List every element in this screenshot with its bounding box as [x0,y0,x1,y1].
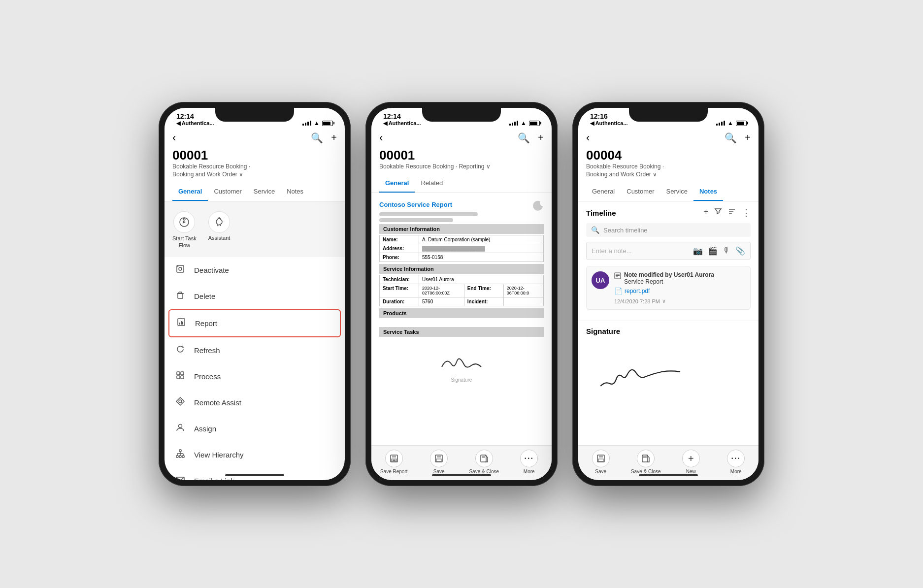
back-button-1[interactable]: ‹ [172,131,176,144]
note-icon [614,272,621,279]
svg-rect-21 [176,456,178,457]
timeline-item-link[interactable]: 📄 report.pdf [614,287,745,295]
save-button-3[interactable]: Save [578,450,624,474]
report-label: Report [195,319,217,327]
status-icons-1: ▲ [302,120,333,127]
header-actions-1: 🔍 + [311,132,337,144]
search-button-2[interactable]: 🔍 [518,132,530,144]
status-time-3: 12:16 [590,112,628,120]
tab-customer-1[interactable]: Customer [208,183,247,201]
more-button-3[interactable]: ··· More [714,450,759,474]
report-icon [175,317,187,329]
save-report-button[interactable]: Save Report [371,450,417,474]
tab-service-1[interactable]: Service [248,183,281,201]
svg-rect-23 [182,456,184,457]
tab-general-3[interactable]: General [586,183,621,201]
remote-assist-label: Remote Assist [194,398,241,407]
end-time-value: 2020-12-06T06:00:0 [503,284,543,297]
pdf-icon: 📄 [614,287,623,295]
save-close-icon-3 [637,450,655,467]
timeline-more-button[interactable]: ⋮ [742,207,751,218]
new-button-3[interactable]: + New [668,450,714,474]
signature-svg [591,355,690,394]
tab-customer-3[interactable]: Customer [621,183,660,201]
tab-general-2[interactable]: General [379,174,415,193]
svg-point-18 [179,400,182,403]
header-nav-1: ‹ 🔍 + [172,131,337,144]
products-empty [379,319,544,325]
notch-1 [215,108,294,122]
add-button-3[interactable]: + [745,132,751,144]
process-label: Process [194,372,221,381]
more-button-2[interactable]: ··· More [507,450,552,474]
home-indicator-3 [639,474,698,476]
svg-rect-20 [179,450,181,452]
timeline-item-1: UA Note modified by User01 [586,266,751,310]
camera-icon[interactable]: 📷 [693,246,703,256]
svg-rect-33 [392,455,396,457]
timeline-search-placeholder: Search timeline [603,227,648,234]
tab-related-2[interactable]: Related [415,174,449,193]
start-task-flow-icon [173,211,195,233]
process-menu-item[interactable]: Process [168,363,341,390]
add-button-1[interactable]: + [331,132,337,144]
view-hierarchy-menu-item[interactable]: View Hierarchy [168,442,341,468]
content-area-2: Contoso Service Report Customer Informat… [371,193,552,445]
record-number-2: 00001 [379,148,544,163]
start-task-flow-button[interactable]: Start TaskFlow [172,211,197,249]
back-button-2[interactable]: ‹ [379,131,383,144]
timeline-add-button[interactable]: + [704,207,708,218]
delete-menu-item[interactable]: Delete [168,283,341,309]
remote-assist-menu-item[interactable]: Remote Assist [168,390,341,416]
report-menu-item[interactable]: Report [168,309,341,337]
svg-rect-38 [437,455,441,457]
svg-rect-13 [177,372,180,375]
timeline-search-bar[interactable]: 🔍 Search timeline [586,223,751,237]
mic-icon[interactable]: 🎙 [723,246,730,256]
save-close-button-3[interactable]: Save & Close [624,450,669,474]
video-icon[interactable]: 🎬 [708,246,718,256]
wifi-icon-3: ▲ [727,120,733,127]
attachment-icon[interactable]: 📎 [735,246,745,256]
report-title: Contoso Service Report [379,201,544,208]
table-row: Duration: 5760 Incident: [380,297,544,306]
timeline-filter-button[interactable] [714,207,722,218]
svg-rect-22 [179,456,181,457]
back-button-3[interactable]: ‹ [586,131,590,144]
tab-notes-3[interactable]: Notes [693,183,723,201]
save-close-button-2[interactable]: Save & Close [462,450,507,474]
svg-rect-53 [643,456,647,458]
products-header: Products [379,308,544,318]
save-button-2[interactable]: Save [417,450,462,474]
search-button-1[interactable]: 🔍 [311,132,323,144]
assign-menu-item[interactable]: Assign [168,416,341,442]
email-link-icon [174,475,186,480]
tab-general-1[interactable]: General [172,183,208,201]
svg-point-19 [179,424,182,427]
remote-assist-icon [174,396,186,409]
timeline-item-body: Note modified by User01 Aurora Service R… [614,271,745,304]
search-button-3[interactable]: 🔍 [725,132,737,144]
timeline-header: Timeline + ⋮ [586,207,751,218]
report-content: Contoso Service Report Customer Informat… [371,193,552,391]
header-actions-3: 🔍 + [725,132,751,144]
save-label-2: Save [433,469,445,474]
svg-rect-14 [181,372,184,375]
deactivate-menu-item[interactable]: Deactivate [168,257,341,283]
more-label-2: More [524,469,535,474]
timeline-sort-button[interactable] [728,207,736,218]
expand-arrow[interactable]: ∨ [662,298,666,304]
svg-rect-10 [179,323,180,325]
back-text-1: ◀ Authentica... [176,120,214,127]
delete-label: Delete [194,292,215,300]
svg-rect-29 [176,477,184,480]
assistant-button[interactable]: Assistant [208,211,231,249]
table-row: Technician: User01 Aurora [380,275,544,284]
svg-rect-39 [436,459,441,461]
refresh-menu-item[interactable]: Refresh [168,337,341,363]
add-button-2[interactable]: + [538,132,544,144]
note-input-area[interactable]: Enter a note... 📷 🎬 🎙 📎 [586,242,751,260]
tab-service-3[interactable]: Service [660,183,693,201]
tab-notes-1[interactable]: Notes [281,183,309,201]
signal-bar-3 [307,122,309,126]
